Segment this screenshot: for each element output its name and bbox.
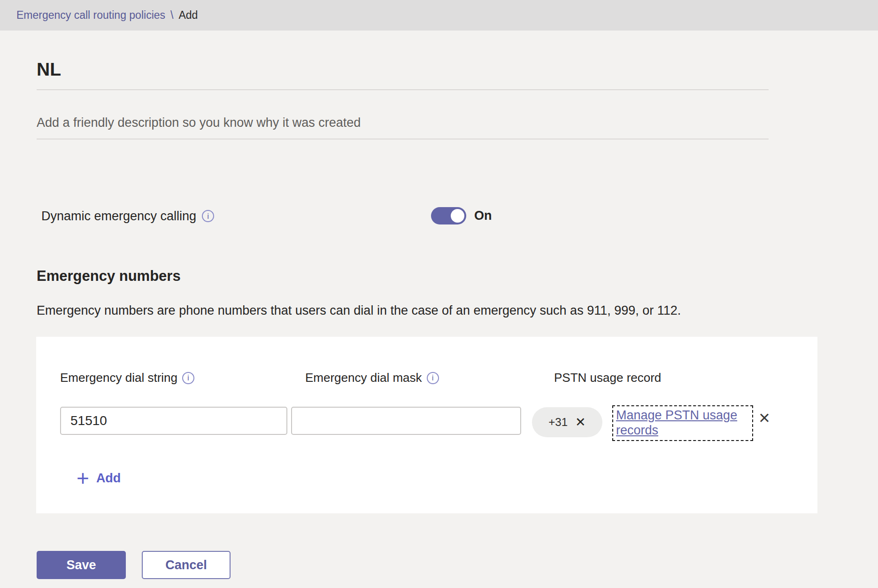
pstn-usage-tag-label: +31 bbox=[548, 416, 568, 429]
dynamic-emergency-calling-toggle[interactable] bbox=[431, 207, 466, 224]
add-emergency-number-button[interactable]: + Add bbox=[77, 467, 121, 489]
breadcrumb: Emergency call routing policies \ Add bbox=[0, 0, 878, 31]
emergency-numbers-description: Emergency numbers are phone numbers that… bbox=[37, 303, 681, 318]
column-header-dial-mask: Emergency dial mask i bbox=[305, 371, 439, 385]
breadcrumb-separator: \ bbox=[170, 9, 173, 22]
emergency-dial-mask-input[interactable] bbox=[291, 407, 521, 435]
policy-name-input[interactable] bbox=[37, 59, 769, 90]
dynamic-emergency-calling-label: Dynamic emergency calling bbox=[41, 209, 196, 224]
info-icon[interactable]: i bbox=[182, 372, 194, 384]
policy-description-input[interactable] bbox=[37, 116, 769, 139]
dismiss-icon[interactable]: ✕ bbox=[575, 416, 586, 429]
emergency-call-routing-add-page: Emergency call routing policies \ Add Dy… bbox=[0, 0, 878, 588]
pstn-usage-header-label: PSTN usage record bbox=[554, 371, 661, 385]
info-icon[interactable]: i bbox=[202, 210, 214, 222]
dial-mask-header-label: Emergency dial mask bbox=[305, 371, 422, 385]
dial-string-header-label: Emergency dial string bbox=[60, 371, 177, 385]
cancel-button[interactable]: Cancel bbox=[142, 551, 231, 579]
breadcrumb-parent-link[interactable]: Emergency call routing policies bbox=[16, 9, 165, 22]
plus-icon: + bbox=[77, 467, 89, 489]
dynamic-emergency-calling-row: Dynamic emergency calling i bbox=[41, 208, 214, 224]
breadcrumb-current: Add bbox=[178, 9, 198, 22]
emergency-numbers-card: Emergency dial string i Emergency dial m… bbox=[36, 337, 817, 513]
add-button-label: Add bbox=[96, 471, 121, 486]
info-icon[interactable]: i bbox=[427, 372, 439, 384]
pstn-usage-tag: +31 ✕ bbox=[532, 407, 602, 437]
manage-pstn-usage-link[interactable]: Manage PSTN usage records bbox=[616, 408, 749, 438]
column-header-dial-string: Emergency dial string i bbox=[60, 371, 194, 385]
remove-row-icon[interactable]: ✕ bbox=[758, 411, 770, 426]
save-button[interactable]: Save bbox=[37, 551, 126, 579]
toggle-state-label: On bbox=[474, 209, 492, 223]
emergency-numbers-heading: Emergency numbers bbox=[37, 268, 181, 285]
emergency-dial-string-input[interactable] bbox=[60, 407, 287, 435]
column-header-pstn-usage: PSTN usage record bbox=[554, 371, 661, 385]
toggle-knob bbox=[451, 209, 464, 223]
manage-pstn-usage-box: Manage PSTN usage records bbox=[612, 405, 753, 441]
